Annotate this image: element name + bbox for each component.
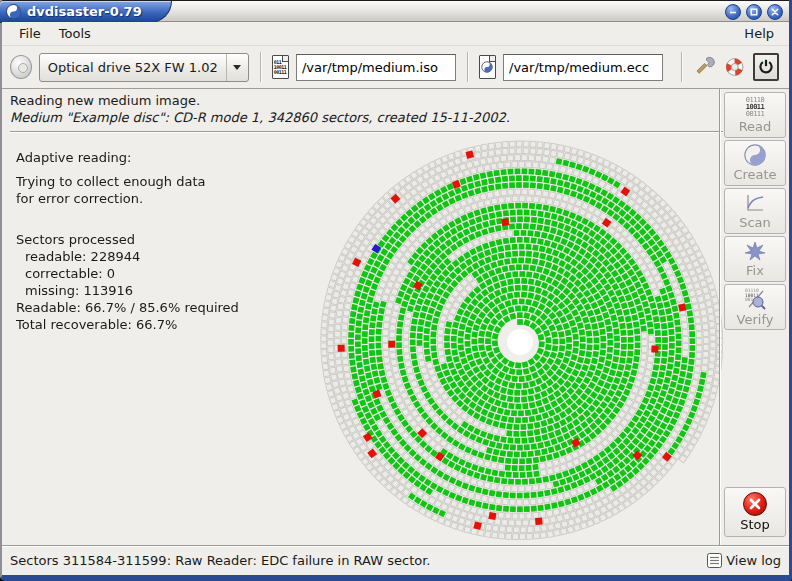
view-log-button[interactable]: View log bbox=[707, 553, 781, 568]
statusbar: Sectors 311584-311599: Raw Reader: EDC f… bbox=[2, 545, 789, 575]
red-x-stop-icon bbox=[743, 492, 767, 516]
status-header-line1: Reading new medium image. bbox=[10, 93, 723, 108]
sectors-title: Sectors processed bbox=[16, 231, 239, 248]
readable-percentage: Readable: 66.7% / 85.6% required bbox=[16, 299, 239, 316]
read-button-label: Read bbox=[739, 119, 772, 134]
close-button[interactable] bbox=[767, 4, 783, 20]
read-button[interactable]: 01110 10011 00111 Read bbox=[724, 92, 786, 138]
scan-button-label: Scan bbox=[739, 215, 771, 230]
help-lifebuoy-icon[interactable] bbox=[723, 54, 746, 80]
sectors-correctable: correctable: 0 bbox=[16, 265, 239, 282]
fix-button-label: Fix bbox=[746, 263, 764, 278]
ecc-path-input[interactable] bbox=[503, 54, 663, 81]
drive-select[interactable]: Optical drive 52X FW 1.02 bbox=[39, 53, 249, 82]
sectors-readable: readable: 228944 bbox=[16, 248, 239, 265]
chart-scan-icon bbox=[744, 192, 766, 214]
ecc-yin-yang-glyph bbox=[481, 61, 493, 73]
main-area: Reading new medium image. Medium "Exampl… bbox=[2, 89, 789, 545]
stop-button[interactable]: Stop bbox=[724, 487, 786, 537]
total-recoverable: Total recoverable: 66.7% bbox=[16, 316, 239, 333]
drive-select-value: Optical drive 52X FW 1.02 bbox=[40, 60, 226, 75]
status-message: Sectors 311584-311599: Raw Reader: EDC f… bbox=[10, 553, 707, 568]
quit-power-icon[interactable] bbox=[753, 53, 779, 81]
create-button-label: Create bbox=[733, 167, 776, 182]
chevron-down-icon bbox=[233, 65, 241, 70]
toolbar-separator bbox=[467, 52, 468, 82]
maximize-button[interactable] bbox=[746, 4, 762, 20]
status-header-line2: Medium "Example disc": CD-R mode 1, 3428… bbox=[10, 110, 723, 125]
menu-tools[interactable]: Tools bbox=[50, 24, 100, 43]
binary-read-icon: 01110 10011 00111 bbox=[746, 97, 765, 118]
scan-button[interactable]: Scan bbox=[724, 188, 786, 234]
menu-file[interactable]: File bbox=[10, 24, 50, 43]
ecc-file-icon bbox=[479, 55, 496, 79]
mode-desc-line2: for error correction. bbox=[16, 190, 239, 207]
log-list-icon bbox=[707, 553, 722, 568]
verify-button[interactable]: 01110 10011 00111 Verify bbox=[724, 284, 786, 330]
verify-button-label: Verify bbox=[737, 312, 774, 327]
puzzle-fix-icon bbox=[744, 240, 766, 262]
menubar: File Tools Help bbox=[2, 22, 789, 46]
sectors-missing: missing: 113916 bbox=[16, 282, 239, 299]
titlebar-caption-tab[interactable]: dvdisaster-0.79 bbox=[0, 1, 172, 23]
drive-cd-icon bbox=[10, 55, 32, 79]
app-window: dvdisaster-0.79 File Tools Help Optical … bbox=[0, 0, 792, 581]
header-separator bbox=[10, 131, 723, 133]
minimize-button[interactable] bbox=[725, 4, 741, 20]
toolbar-separator bbox=[681, 52, 682, 82]
preferences-wrench-icon[interactable] bbox=[693, 54, 716, 80]
iso-path-input[interactable] bbox=[296, 54, 456, 81]
view-log-label: View log bbox=[726, 553, 781, 568]
mode-desc-line1: Trying to collect enough data bbox=[16, 173, 239, 190]
progress-panel: Adaptive reading: Trying to collect enou… bbox=[16, 149, 239, 333]
toolbar: Optical drive 52X FW 1.02 011 10011 0011… bbox=[2, 46, 789, 89]
drive-select-arrow[interactable] bbox=[226, 54, 248, 81]
create-button[interactable]: Create bbox=[724, 140, 786, 186]
titlebar[interactable]: dvdisaster-0.79 bbox=[2, 0, 789, 22]
toolbar-separator bbox=[260, 52, 261, 82]
fix-button[interactable]: Fix bbox=[724, 236, 786, 282]
stop-button-label: Stop bbox=[740, 517, 770, 532]
window-title: dvdisaster-0.79 bbox=[27, 4, 142, 19]
magnifier-verify-icon: 01110 10011 00111 bbox=[743, 287, 767, 311]
app-yin-yang-icon bbox=[6, 4, 21, 19]
mode-label: Adaptive reading: bbox=[16, 149, 239, 166]
yin-yang-create-icon bbox=[744, 144, 766, 166]
action-sidebar: 01110 10011 00111 Read Create bbox=[721, 89, 789, 545]
iso-icon-binary-row: 00111 bbox=[273, 70, 288, 75]
menu-help[interactable]: Help bbox=[735, 24, 783, 43]
iso-file-icon: 011 10011 00111 bbox=[272, 55, 289, 79]
